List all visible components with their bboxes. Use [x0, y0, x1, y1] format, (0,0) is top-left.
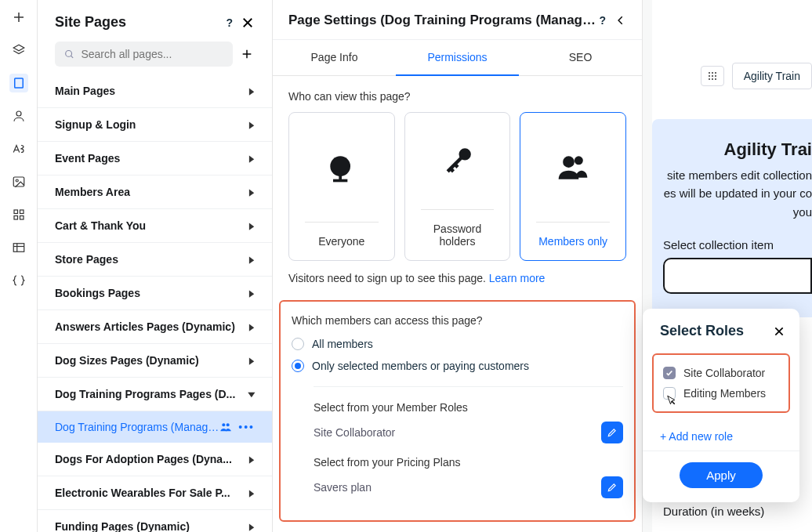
chevron-right-icon: ▶: [249, 288, 254, 299]
more-icon[interactable]: •••: [238, 421, 255, 433]
chevron-right-icon: ▶: [249, 187, 254, 197]
svg-line-28: [450, 168, 453, 172]
chevron-right-icon: ▶: [249, 120, 254, 130]
page-group[interactable]: Dog Training Programs Pages (D...▶: [38, 378, 272, 411]
key-icon: [440, 113, 475, 209]
grid-handle-icon[interactable]: [701, 66, 724, 86]
svg-point-38: [709, 78, 710, 80]
role-row-editing[interactable]: Editing Members: [662, 383, 781, 404]
svg-point-23: [330, 156, 350, 176]
page-group[interactable]: Answers Articles Pages (Dynamic)▶: [38, 310, 272, 344]
back-icon[interactable]: [615, 15, 626, 26]
perm-card-members[interactable]: Members only: [520, 112, 626, 261]
radio-all-members[interactable]: All members: [292, 338, 623, 350]
select-roles-popup: Select Roles Site Collaborator Editing M…: [643, 309, 799, 502]
svg-line-29: [455, 164, 458, 167]
apply-button[interactable]: Apply: [680, 462, 763, 488]
data-icon[interactable]: [9, 238, 28, 257]
svg-point-30: [563, 156, 575, 168]
svg-point-21: [223, 423, 226, 426]
chevron-right-icon: ▶: [249, 454, 254, 465]
tab-permissions[interactable]: Permissions: [396, 40, 519, 76]
chevron-down-icon: ▶: [247, 392, 257, 396]
page-group[interactable]: Electronic Wearables For Sale P...▶: [38, 476, 272, 510]
svg-rect-9: [20, 210, 24, 214]
members-icon: [554, 113, 592, 222]
page-group[interactable]: Event Pages▶: [38, 142, 272, 176]
roles-list: Site Collaborator Editing Members: [652, 353, 790, 413]
user-icon[interactable]: [9, 107, 28, 125]
learn-more-link[interactable]: Learn more: [489, 272, 546, 284]
card-title: Agility Trai: [663, 139, 812, 160]
left-vertical-toolbar: [0, 0, 38, 532]
chevron-right-icon: ▶: [249, 86, 254, 96]
add-page-button[interactable]: [239, 46, 255, 62]
close-icon[interactable]: [773, 325, 785, 338]
svg-point-7: [16, 179, 18, 182]
layers-icon[interactable]: [9, 41, 28, 60]
checkbox-icon: [663, 387, 676, 400]
svg-point-31: [575, 156, 583, 165]
page-group[interactable]: Funding Pages (Dynamic)▶: [38, 510, 272, 532]
code-icon[interactable]: [9, 271, 28, 290]
tab-page-info[interactable]: Page Info: [273, 40, 396, 75]
svg-rect-25: [333, 179, 347, 182]
chevron-right-icon: ▶: [249, 221, 254, 231]
svg-point-33: [712, 72, 713, 74]
help-icon[interactable]: ?: [226, 16, 233, 29]
tab-seo[interactable]: SEO: [519, 40, 642, 75]
close-icon[interactable]: [241, 16, 255, 30]
add-new-role-link[interactable]: + Add new role: [643, 419, 799, 451]
page-group[interactable]: Bookings Pages▶: [38, 277, 272, 310]
svg-marker-2: [13, 45, 24, 51]
radio-icon: [292, 338, 304, 350]
duration-label: Duration (in weeks): [663, 505, 764, 518]
radio-icon-selected: [292, 360, 304, 372]
chevron-right-icon: ▶: [249, 356, 254, 366]
pages-icon[interactable]: [9, 74, 28, 92]
apps-icon[interactable]: [9, 205, 28, 224]
agility-chip[interactable]: Agility Train: [732, 63, 812, 89]
radio-selected-members[interactable]: Only selected members or paying customer…: [292, 360, 623, 372]
svg-point-34: [715, 72, 716, 74]
svg-point-17: [66, 50, 72, 56]
page-group[interactable]: Dog Sizes Pages (Dynamic)▶: [38, 344, 272, 378]
edit-member-roles-button[interactable]: [601, 422, 623, 443]
member-roles-value: Site Collaborator: [314, 426, 395, 439]
page-sub-item-active[interactable]: Dog Training Programs (Manage ... •••: [38, 411, 272, 443]
chevron-right-icon: ▶: [249, 154, 254, 164]
svg-point-35: [709, 75, 710, 77]
page-group[interactable]: Signup & Login▶: [38, 108, 272, 142]
typography-icon[interactable]: [9, 139, 28, 158]
add-icon[interactable]: [9, 8, 28, 27]
help-icon[interactable]: ?: [599, 14, 606, 27]
search-input[interactable]: [81, 48, 223, 60]
page-group[interactable]: Store Pages▶: [38, 243, 272, 277]
perm-card-everyone[interactable]: Everyone: [288, 112, 395, 261]
page-settings-title: Page Settings (Dog Training Programs (Ma…: [288, 13, 599, 28]
edit-pricing-plans-button[interactable]: [601, 476, 623, 498]
globe-icon: [324, 113, 359, 222]
role-row-collaborator[interactable]: Site Collaborator: [662, 363, 781, 383]
page-group[interactable]: Main Pages▶: [38, 74, 272, 108]
perm-card-password[interactable]: Password holders: [404, 112, 511, 261]
pricing-plans-heading: Select from your Pricing Plans: [314, 456, 623, 469]
chevron-right-icon: ▶: [249, 322, 254, 332]
select-item-label: Select collection item: [663, 238, 812, 252]
member-access-section: Which members can access this page? All …: [279, 300, 636, 522]
page-group[interactable]: Cart & Thank You▶: [38, 209, 272, 243]
collection-item-dropdown[interactable]: [663, 258, 812, 294]
svg-rect-10: [14, 216, 18, 220]
svg-point-4: [16, 111, 21, 116]
search-input-wrap[interactable]: [55, 42, 233, 67]
image-icon[interactable]: [9, 172, 28, 191]
svg-point-37: [715, 75, 716, 77]
page-group[interactable]: Dogs For Adoption Pages (Dyna...▶: [38, 443, 272, 476]
page-settings-panel: Page Settings (Dog Training Programs (Ma…: [273, 0, 643, 532]
svg-rect-11: [20, 216, 24, 220]
svg-rect-12: [13, 244, 24, 252]
permission-note: Visitors need to sign up to see this pag…: [288, 272, 626, 284]
chevron-right-icon: ▶: [249, 488, 254, 498]
svg-point-40: [715, 78, 716, 80]
page-group[interactable]: Members Area▶: [38, 176, 272, 209]
